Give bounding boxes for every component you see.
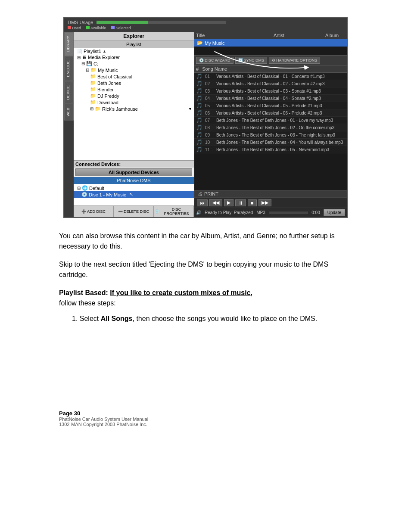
song-row-8[interactable]: 🎵 08 Beth Jones - The Best of Beth Jones… — [194, 124, 347, 131]
tree-item-c-drive[interactable]: ⊟ 💾 C: — [74, 60, 194, 67]
song-row-1[interactable]: 🎵 01 Various Artists - Best of Classical… — [194, 73, 347, 80]
sidebar-tab-device[interactable]: DEVICE — [64, 81, 74, 104]
columns-header: Title Artist Album — [194, 32, 347, 39]
playlist-header: Playlist — [74, 41, 194, 48]
sidebar-tabs: LIBRARY ENCODE DEVICE WEB — [64, 32, 74, 217]
song-row-4[interactable]: 🎵 04 Various Artists - Best of Classical… — [194, 95, 347, 102]
song-row-10[interactable]: 🎵 10 Beth Jones - The Best of Beth Jones… — [194, 139, 347, 146]
prev-btn[interactable]: ⏮ — [197, 199, 208, 206]
song-num-2: 02 — [205, 81, 214, 86]
add-disc-btn[interactable]: ➕ ADD DISC — [74, 206, 114, 217]
status-time: 0:00 — [311, 210, 320, 215]
list-item-1: 1. Select All Songs, then choose the son… — [72, 314, 352, 324]
disc-wizard-btn[interactable]: 💿 DISC WIZARD — [196, 57, 234, 64]
scroll-down-icon[interactable]: ▼ — [188, 107, 192, 111]
tree-item-blender[interactable]: 📁 Blender — [74, 86, 194, 93]
device-tree: ⊟ 🌐 Default 💿 Disc 1 - My Music ↖ — [74, 184, 194, 205]
hardware-icon: ⚙ — [272, 58, 275, 62]
song-row-3[interactable]: 🎵 03 Various Artists - Best of Classical… — [194, 87, 347, 95]
pause-btn[interactable]: ⏸ — [235, 199, 246, 206]
explorer-header: Explorer — [74, 32, 194, 41]
hdd-icon: 💾 — [86, 61, 92, 66]
song-icon-3: 🎵 — [196, 88, 202, 94]
scroll-up-icon[interactable]: ▲ — [103, 49, 106, 53]
tree-item-media-explorer[interactable]: ⊟ 🖥 Media Explorer — [74, 54, 194, 60]
usage-track — [97, 21, 226, 24]
devices-header: Connected Devices: — [74, 161, 194, 168]
tree-item-disc1[interactable]: 💿 Disc 1 - My Music ↖ — [74, 191, 194, 198]
song-row-9[interactable]: 🎵 09 Beth Jones - The Best of Beth Jones… — [194, 131, 347, 139]
folder-icon-djfreddy: 📁 — [90, 93, 96, 99]
all-supported-devices-btn[interactable]: All Supported Devices — [75, 168, 192, 176]
disc-wizard-icon: 💿 — [199, 58, 204, 62]
stop-btn[interactable]: ■ — [248, 199, 257, 206]
song-row-6[interactable]: 🎵 06 Various Artists - Best of Classical… — [194, 109, 347, 117]
delete-disc-btn[interactable]: ➖ DELETE DISC — [114, 206, 154, 217]
minus-icon-default: ⊟ — [77, 186, 81, 190]
song-icon-1: 🎵 — [196, 73, 202, 79]
rew-btn[interactable]: ◀◀ — [209, 199, 222, 206]
song-name-5: Various Artists - Best of Classical - 05… — [216, 103, 345, 108]
cursor-icon: ↖ — [129, 192, 133, 197]
song-name-4: Various Artists - Best of Classical - 04… — [216, 96, 345, 101]
status-format: MP3 — [256, 210, 265, 215]
all-songs-bold: All Songs — [101, 315, 133, 322]
play-btn[interactable]: ▶ — [224, 199, 234, 206]
song-name-1: Various Artists - Best of Classical - 01… — [216, 74, 345, 79]
tree-item-beth-jones[interactable]: 📁 Beth Jones — [74, 80, 194, 86]
sidebar-tab-library[interactable]: LIBRARY — [64, 32, 74, 56]
para1: You can also browse this content in the … — [59, 231, 352, 252]
print-label[interactable]: PRINT — [204, 191, 218, 196]
update-btn[interactable]: Update — [324, 209, 345, 216]
song-icon-9: 🎵 — [196, 132, 202, 138]
monitor-icon: 🖥 — [82, 55, 87, 60]
tree-item-my-music[interactable]: ⊟ 📁 My Music — [74, 67, 194, 73]
song-list-header: # Song Name — [194, 65, 347, 73]
song-list: 🎵 01 Various Artists - Best of Classical… — [194, 73, 347, 190]
col-title-label: Title — [196, 33, 274, 38]
fwd-btn[interactable]: ▶▶ — [258, 199, 271, 206]
tree-area: 📄 Playlist1 ▲ ⊟ 🖥 Media Explorer ⊟ 💾 C: … — [74, 48, 194, 160]
sidebar-tab-encode[interactable]: ENCODE — [64, 56, 74, 81]
minus-icon-c: ⊟ — [81, 61, 85, 66]
usage-fill — [97, 21, 148, 24]
volume-icon: 🔊 — [196, 210, 201, 215]
legend-used: Used — [68, 26, 81, 30]
progress-bar — [269, 212, 308, 214]
song-row-11[interactable]: 🎵 11 Beth Jones - The Best of Beth Jones… — [194, 146, 347, 153]
song-row-5[interactable]: 🎵 05 Various Artists - Best of Classical… — [194, 102, 347, 109]
folder-open-icon: 📂 — [197, 40, 203, 46]
playback-bar: ⏮ ◀◀ ▶ ⏸ ■ ▶▶ — [194, 197, 347, 208]
tree-item-dj-freddy[interactable]: 📁 DJ Freddy — [74, 93, 194, 99]
col-album-label: Album — [325, 33, 345, 38]
sync-dms-btn[interactable]: 🔄 SYNC DMS — [235, 57, 268, 64]
status-label: Ready to Play: Paralyzed — [205, 210, 253, 215]
disc-properties-btn[interactable]: 💿 DISC PROPERTIES — [154, 206, 194, 217]
legend-available: Available — [86, 26, 106, 30]
tree-item-download[interactable]: 📁 Download — [74, 99, 194, 106]
folder-icon-blender: 📁 — [90, 87, 96, 92]
section-title-underline: If you like to create custom mixes of mu… — [110, 289, 250, 296]
song-icon-11: 🎵 — [196, 146, 202, 152]
song-icon-7: 🎵 — [196, 117, 202, 123]
tree-item-best-classical[interactable]: 📁 Best of Classical — [74, 73, 194, 80]
sync-icon: 🔄 — [238, 58, 243, 62]
folder-icon-ricks: 📁 — [95, 106, 101, 112]
print-bar: 🖨 PRINT — [194, 190, 347, 197]
song-num-3: 03 — [205, 89, 214, 93]
device-name: PhatNoise DMS — [74, 177, 194, 184]
globe-icon: 🌐 — [82, 185, 88, 191]
col-artist-label: Artist — [274, 33, 325, 38]
song-num-7: 07 — [205, 118, 214, 123]
sidebar-tab-web[interactable]: WEB — [64, 104, 74, 121]
tree-item-ricks[interactable]: ⊞ 📁 Rick's Jamhouse ▼ — [74, 106, 194, 112]
hardware-options-btn[interactable]: ⚙ HARDWARE OPTIONS — [269, 57, 320, 64]
tree-item-playlist1[interactable]: 📄 Playlist1 ▲ — [74, 48, 194, 54]
section-subtitle: follow these steps: — [59, 299, 116, 307]
song-row-7[interactable]: 🎵 07 Beth Jones - The Best of Beth Jones… — [194, 117, 347, 124]
song-icon-8: 🎵 — [196, 124, 202, 131]
song-num-11: 11 — [205, 147, 214, 152]
song-icon-10: 🎵 — [196, 139, 202, 145]
song-row-2[interactable]: 🎵 02 Various Artists - Best of Classical… — [194, 80, 347, 87]
tree-item-default[interactable]: ⊟ 🌐 Default — [74, 185, 194, 191]
